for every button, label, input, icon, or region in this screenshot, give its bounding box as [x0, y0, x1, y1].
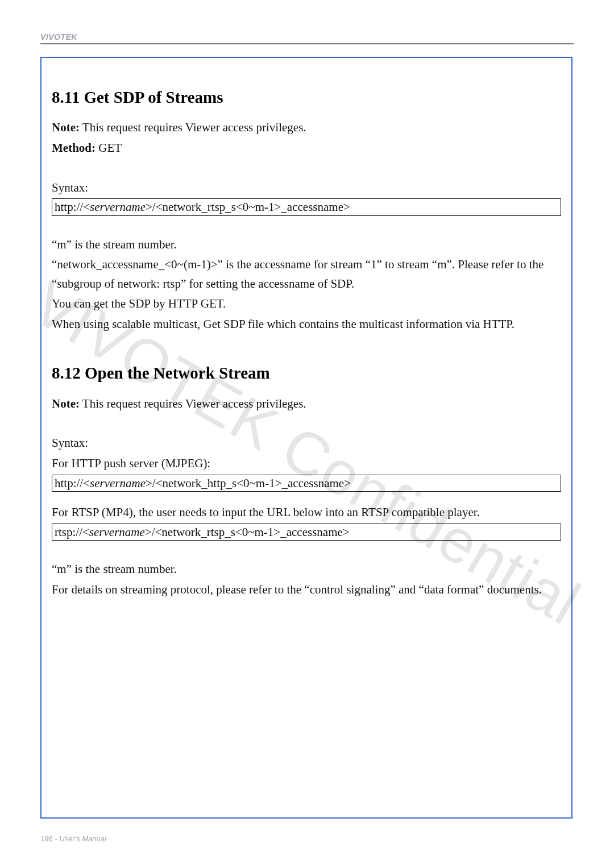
s811-p3: You can get the SDP by HTTP GET.: [52, 294, 561, 314]
note-label: Note:: [52, 121, 80, 134]
brand-text: VIVOTEK: [40, 32, 77, 41]
section-811-title: 8.11 Get SDP of Streams: [52, 84, 561, 110]
header-band: VIVOTEK: [40, 32, 574, 44]
note-text: This request requires Viewer access priv…: [80, 397, 306, 410]
http-codebox: http://<servername>/<network_http_s<0~m-…: [52, 475, 561, 492]
method-value: GET: [96, 141, 122, 155]
http-push-label: For HTTP push server (MJPEG):: [52, 454, 561, 474]
page: VIVOTEK VIVOTEK Confidential 8.11 Get SD…: [0, 0, 614, 868]
s812-p2: For details on streaming protocol, pleas…: [52, 580, 561, 600]
s811-p1: “m” is the stream number.: [52, 235, 561, 255]
method-label: Method:: [52, 141, 96, 155]
footer-text: 186 - User's Manual: [40, 834, 106, 843]
code-servername: servername: [90, 200, 146, 214]
code-text: http://<: [55, 200, 90, 214]
code-text: rtsp://<: [55, 525, 89, 539]
section-811-method: Method: GET: [52, 139, 561, 158]
code-servername: servername: [90, 476, 146, 490]
code-text: http://<: [55, 476, 90, 490]
s811-p4: When using scalable multicast, Get SDP f…: [52, 315, 561, 334]
content-inner: 8.11 Get SDP of Streams Note: This reque…: [52, 84, 561, 599]
syntax-label-811: Syntax:: [52, 178, 561, 198]
s811-p2: “network_accessname_<0~(m-1)>” is the ac…: [52, 255, 561, 293]
note-text: This request requires Viewer access priv…: [80, 121, 306, 134]
section-811-note: Note: This request requires Viewer acces…: [52, 118, 561, 138]
section-812-title: 8.12 Open the Network Stream: [52, 360, 561, 386]
rtsp-label: For RTSP (MP4), the user needs to input …: [52, 503, 561, 522]
section-812-note: Note: This request requires Viewer acces…: [52, 394, 561, 414]
code-text: >/<network_rtsp_s<0~m-1>_accessname>: [145, 525, 350, 539]
syntax-codebox-811: http://<servername>/<network_rtsp_s<0~m-…: [52, 198, 561, 215]
content-frame: VIVOTEK Confidential 8.11 Get SDP of Str…: [40, 57, 572, 819]
code-text: >/<network_http_s<0~m-1>_accessname>: [146, 476, 351, 490]
rtsp-codebox: rtsp://<servername>/<network_rtsp_s<0~m-…: [52, 524, 561, 541]
syntax-label-812: Syntax:: [52, 434, 561, 453]
code-text: >/<network_rtsp_s<0~m-1>_accessname>: [146, 200, 350, 214]
code-servername: servername: [89, 525, 145, 539]
note-label: Note:: [52, 397, 80, 410]
s812-p1: “m” is the stream number.: [52, 560, 561, 579]
